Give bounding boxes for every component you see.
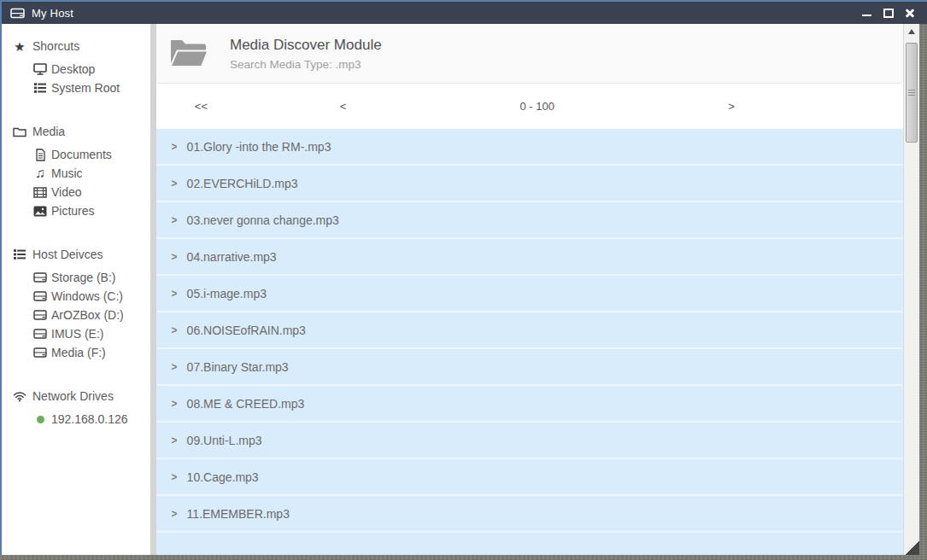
sidebar-item-desktop[interactable]: Desktop xyxy=(2,60,150,79)
file-name: 09.Unti-L.mp3 xyxy=(187,434,262,447)
sidebar-item-pictures[interactable]: Pictures xyxy=(2,201,150,220)
chevron-right-icon: > xyxy=(171,177,177,190)
file-row[interactable]: >11.EMEMBER.mp3 xyxy=(156,496,903,533)
module-subtitle: Search Media Type: .mp3 xyxy=(230,58,382,71)
maximize-button[interactable] xyxy=(883,8,894,19)
sidebar-item-label: Desktop xyxy=(51,62,95,76)
monitor-icon xyxy=(33,63,47,75)
desktop-background: My Host ★ShorcutsDesktopSystem RootMedia… xyxy=(0,0,927,560)
star-icon: ★ xyxy=(13,40,26,53)
sidebar-item-192-168-0-126[interactable]: 192.168.0.126 xyxy=(2,410,150,429)
file-row[interactable]: >07.Binary Star.mp3 xyxy=(156,349,903,386)
main-content: Media Discover Module Search Media Type:… xyxy=(156,24,903,555)
stacked-list-icon xyxy=(33,82,47,94)
drive-icon xyxy=(33,310,47,320)
sidebar-item-system-root[interactable]: System Root xyxy=(2,79,150,97)
sidebar-item-label: Music xyxy=(51,166,83,180)
document-icon xyxy=(33,149,47,161)
sidebar-section-label: Network Drives xyxy=(32,389,114,403)
file-name: 01.Glory -into the RM-.mp3 xyxy=(187,140,331,154)
chevron-right-icon: > xyxy=(171,470,177,484)
file-row[interactable]: >06.NOISEofRAIN.mp3 xyxy=(156,312,903,349)
drive-icon xyxy=(33,329,47,339)
picture-icon xyxy=(33,206,47,217)
sidebar: ★ShorcutsDesktopSystem RootMediaDocument… xyxy=(2,24,150,555)
sidebar-section-shorcuts: ★ShorcutsDesktopSystem Root xyxy=(2,38,150,97)
scrollbar-thumb[interactable] xyxy=(906,43,918,143)
chevron-right-icon: > xyxy=(171,397,177,411)
sidebar-item-media-f[interactable]: Media (F:) xyxy=(2,343,150,362)
file-name: 07.Binary Star.mp3 xyxy=(187,360,289,374)
window-titlebar[interactable]: My Host xyxy=(0,0,927,24)
file-row[interactable]: >01.Glory -into the RM-.mp3 xyxy=(156,129,903,166)
file-list: >01.Glory -into the RM-.mp3>02.EVERCHiLD… xyxy=(156,129,903,555)
chevron-right-icon: > xyxy=(171,434,177,447)
sidebar-item-video[interactable]: Video xyxy=(2,183,150,201)
file-row[interactable]: >02.EVERCHiLD.mp3 xyxy=(156,166,903,202)
close-button[interactable] xyxy=(904,8,915,19)
sidebar-item-label: Documents xyxy=(51,148,112,161)
scrollbar[interactable] xyxy=(903,24,919,555)
sidebar-section-header-network-drives: Network Drives xyxy=(2,388,150,405)
sidebar-section-header-host-deivces: Host Deivces xyxy=(2,246,150,263)
sidebar-section-network-drives: Network Drives192.168.0.126 xyxy=(2,388,150,429)
file-name: 10.Cage.mp3 xyxy=(187,470,259,484)
folder-icon xyxy=(13,126,26,137)
module-title: Media Discover Module xyxy=(230,37,382,54)
chevron-right-icon: > xyxy=(171,324,177,337)
file-row[interactable]: >10.Cage.mp3 xyxy=(156,459,903,496)
maximize-icon xyxy=(883,9,894,18)
close-icon xyxy=(905,8,915,18)
chevron-right-icon: > xyxy=(171,360,177,374)
file-name: 08.ME & CREED.mp3 xyxy=(187,397,305,411)
pagination-next-button[interactable]: > xyxy=(634,100,828,113)
file-name: 11.EMEMBER.mp3 xyxy=(187,507,290,521)
sidebar-section-host-deivces: Host DeivcesStorage (B:)Windows (C:)ArOZ… xyxy=(2,246,150,362)
sidebar-item-windows-c[interactable]: Windows (C:) xyxy=(2,287,150,306)
file-row[interactable]: >09.Unti-L.mp3 xyxy=(156,423,903,459)
module-header: Media Discover Module Search Media Type:… xyxy=(156,24,903,84)
sidebar-item-documents[interactable]: Documents xyxy=(2,145,150,164)
drive-icon xyxy=(33,347,47,358)
file-row[interactable]: >05.i-mage.mp3 xyxy=(156,276,903,312)
sidebar-section-header-shorcuts: ★Shorcuts xyxy=(2,38,150,55)
up-arrow-icon xyxy=(908,29,915,34)
stacked-list-icon xyxy=(13,248,26,260)
sidebar-item-music[interactable]: ♫Music xyxy=(2,164,150,183)
sidebar-item-label: Storage (B:) xyxy=(51,271,115,284)
sidebar-section-label: Shorcuts xyxy=(32,39,79,53)
sidebar-item-label: Video xyxy=(51,185,82,199)
scroll-up-button[interactable] xyxy=(904,24,919,39)
file-name: 03.never gonna change.mp3 xyxy=(187,213,339,227)
film-icon xyxy=(33,187,47,198)
chevron-right-icon: > xyxy=(171,250,177,264)
pagination-prev-button[interactable]: < xyxy=(246,100,440,113)
window-title: My Host xyxy=(32,7,73,20)
minimize-button[interactable] xyxy=(861,8,872,19)
file-row[interactable]: >03.never gonna change.mp3 xyxy=(156,202,903,239)
sidebar-item-label: 192.168.0.126 xyxy=(51,412,128,426)
sidebar-item-arozbox-d[interactable]: ArOZBox (D:) xyxy=(2,306,150,324)
sidebar-item-label: IMUS (E:) xyxy=(51,327,103,341)
pagination-range-label: 0 - 100 xyxy=(440,100,634,113)
file-name: 06.NOISEofRAIN.mp3 xyxy=(187,324,306,337)
chevron-right-icon: > xyxy=(171,507,177,521)
file-row[interactable]: >04.narrative.mp3 xyxy=(156,239,903,276)
sidebar-section-label: Media xyxy=(32,125,65,138)
file-row[interactable]: >08.ME & CREED.mp3 xyxy=(156,386,903,423)
sidebar-item-label: Windows (C:) xyxy=(51,289,123,303)
drive-icon xyxy=(33,291,47,301)
sidebar-item-label: Media (F:) xyxy=(51,346,106,359)
minimize-icon xyxy=(862,15,871,16)
resize-grip-icon[interactable] xyxy=(904,541,919,555)
sidebar-section-media: MediaDocuments♫MusicVideoPictures xyxy=(2,123,150,220)
sidebar-item-label: System Root xyxy=(51,81,120,95)
sidebar-item-imus-e[interactable]: IMUS (E:) xyxy=(2,324,150,343)
sidebar-item-label: ArOZBox (D:) xyxy=(51,308,124,322)
pagination-first-button[interactable]: << xyxy=(156,100,246,113)
chevron-right-icon: > xyxy=(171,213,177,227)
module-header-text: Media Discover Module Search Media Type:… xyxy=(230,37,382,71)
file-name: 04.narrative.mp3 xyxy=(187,250,277,264)
sidebar-divider xyxy=(150,24,156,555)
sidebar-item-storage-b[interactable]: Storage (B:) xyxy=(2,268,150,287)
